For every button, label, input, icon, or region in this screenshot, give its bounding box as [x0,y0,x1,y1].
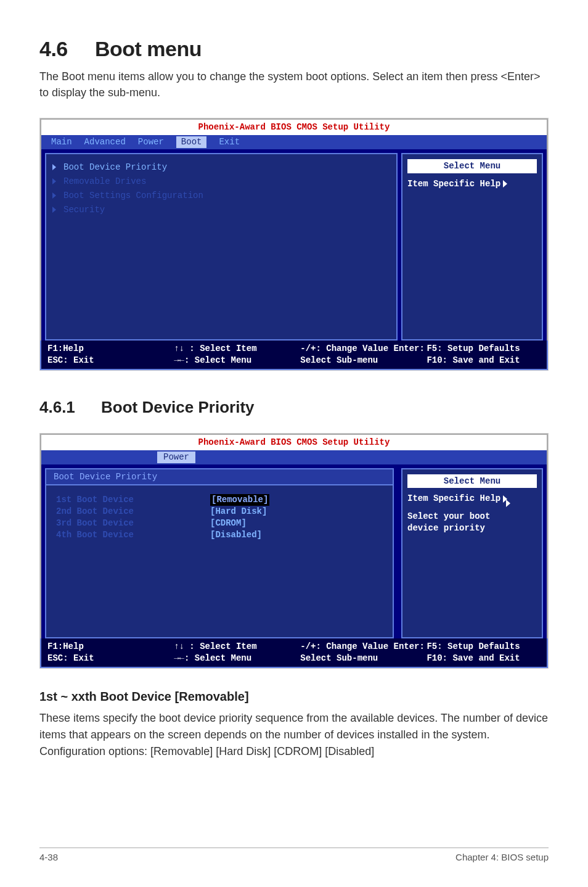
boot-device-3[interactable]: 3rd Boot Device[CDROM] [56,518,383,529]
bios-right-pane: Select Menu Item Specific Help [401,153,543,340]
chevron-right-icon [52,192,56,199]
tab-power[interactable]: Power [157,452,195,463]
chevron-double-right-icon [503,495,507,503]
minor-heading: 1st ~ xxth Boot Device [Removable] [39,690,549,704]
subsection-title: Boot Device Priority [101,398,255,416]
tab-boot[interactable]: Boot [176,136,207,148]
page-footer: 4-38 Chapter 4: BIOS setup [39,848,549,862]
item-specific-help: Item Specific Help [407,178,537,190]
footer-col-4: F5: Setup Defaults F10: Save and Exit [427,641,541,664]
tab-exit[interactable]: Exit [219,136,240,148]
bios-menubar-2: Power [40,450,548,464]
bios-left-pane-2: Boot Device Priority 1st Boot Device[Rem… [41,464,398,639]
bios-title: Phoenix-Award BIOS CMOS Setup Utility [40,434,548,450]
menu-item-security[interactable]: Security [52,203,390,217]
chevron-right-icon [52,178,56,184]
tab-power[interactable]: Power [138,136,164,148]
menu-item-label: Boot Settings Configuration [63,190,203,202]
subsection-heading: 4.6.1Boot Device Priority [39,398,549,417]
bios-left-pane: Boot Device Priority Removable Drives Bo… [45,153,398,340]
bios-title: Phoenix-Award BIOS CMOS Setup Utility [40,118,548,135]
page-number: 4-38 [39,852,58,862]
boot-device-1[interactable]: 1st Boot Device[Removable] [56,494,383,506]
menu-item-removable-drives[interactable]: Removable Drives [52,175,390,189]
boot-device-4[interactable]: 4th Boot Device[Disabled] [56,529,383,541]
bios-footer-2: F1:Help ESC: Exit ↑↓ : Select Item →←: S… [40,638,548,668]
section-heading: 4.6Boot menu [39,37,549,61]
section-number: 4.6 [39,37,95,61]
bios-footer: F1:Help ESC: Exit ↑↓ : Select Item →←: S… [40,340,548,370]
intro-paragraph: The Boot menu items allow you to change … [39,68,549,101]
select-menu-label: Select Menu [407,474,537,489]
tab-main[interactable]: Main [51,136,72,148]
item-specific-help: Item Specific Help [407,493,537,505]
bios-screenshot-1: Phoenix-Award BIOS CMOS Setup Utility Ma… [39,118,549,371]
menu-item-label: Boot Device Priority [63,162,167,173]
footer-col-4: F5: Setup Defaults F10: Save and Exit [427,343,541,366]
section-title-text: Boot menu [95,37,202,60]
footer-col-3: -/+: Change Value Enter: Select Sub-menu [300,343,427,366]
menu-item-boot-device-priority[interactable]: Boot Device Priority [52,160,390,175]
bios-right-pane-2: Select Menu Item Specific Help Select yo… [401,468,543,639]
chevron-right-icon [503,180,507,188]
help-text-line-2: device priority [407,522,537,534]
footer-col-3: -/+: Change Value Enter: Select Sub-menu [300,641,427,664]
priority-pane: 1st Boot Device[Removable] 2nd Boot Devi… [45,484,394,638]
footer-col-2: ↑↓ : Select Item →←: Select Menu [174,641,300,664]
footer-col-1: F1:Help ESC: Exit [47,641,174,664]
chevron-right-icon [52,164,56,170]
bios-menubar: Main Advanced Power Boot Exit [40,135,548,149]
menu-item-boot-settings-config[interactable]: Boot Settings Configuration [52,189,390,203]
chevron-right-icon [52,207,56,213]
body-paragraph-2: Configuration options: [Removable] [Hard… [39,743,549,760]
menu-item-label: Removable Drives [63,176,146,188]
boot-device-2[interactable]: 2nd Boot Device[Hard Disk] [56,506,383,518]
bios-screenshot-2: Phoenix-Award BIOS CMOS Setup Utility Po… [39,433,549,669]
subsection-number: 4.6.1 [39,398,101,417]
help-text-line-1: Select your boot [407,511,537,522]
body-paragraph-1: These items specify the boot device prio… [39,710,549,743]
chapter-label: Chapter 4: BIOS setup [455,852,549,862]
footer-col-2: ↑↓ : Select Item →←: Select Menu [174,343,300,366]
footer-col-1: F1:Help ESC: Exit [47,343,174,366]
menu-item-label: Security [63,204,105,216]
pane-title: Boot Device Priority [45,468,394,485]
tab-advanced[interactable]: Advanced [84,136,126,148]
select-menu-label: Select Menu [407,159,537,173]
